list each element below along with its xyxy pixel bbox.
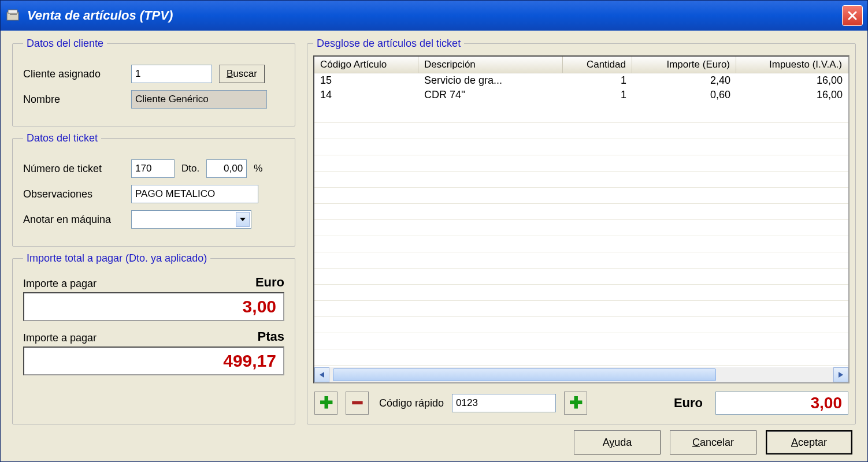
col-code[interactable]: Código Artículo	[314, 57, 418, 73]
machine-label: Anotar en máquina	[23, 214, 124, 226]
totals-legend: Importe total a pagar (Dto. ya aplicado)	[23, 252, 210, 264]
dto-unit: %	[254, 163, 262, 174]
total-ptas-box: 499,17	[23, 346, 284, 375]
ptas-unit: Ptas	[258, 329, 284, 344]
client-name-label: Nombre	[23, 94, 124, 106]
cancel-button[interactable]: Cancelar	[670, 430, 756, 454]
remove-item-button[interactable]: ━	[346, 392, 369, 415]
ticket-legend: Datos del ticket	[23, 132, 101, 144]
quick-euro-label: Euro	[674, 396, 703, 411]
total-euro-box: 3,00	[23, 292, 284, 321]
table-row[interactable]: 14 CDR 74'' 1 0,60 16,00	[314, 88, 848, 102]
client-assigned-label: Cliente asignado	[23, 68, 124, 80]
col-tax[interactable]: Impuesto (I.V.A.)	[736, 57, 848, 73]
scroll-left-icon[interactable]	[314, 367, 329, 382]
svg-rect-2	[10, 14, 17, 15]
footer-buttons: Ayuda Cancelar Aceptar	[12, 424, 856, 457]
scroll-track[interactable]	[329, 367, 833, 382]
ticket-group: Datos del ticket Número de ticket Dto. %…	[12, 132, 295, 247]
quick-euro-box: 3,00	[715, 392, 848, 415]
ticket-number-label: Número de ticket	[23, 163, 124, 175]
minus-icon: ━	[353, 395, 362, 411]
window-title: Venta de artículos (TPV)	[27, 8, 173, 23]
dto-label: Dto.	[181, 163, 199, 174]
col-qty[interactable]: Cantidad	[563, 57, 632, 73]
pay-euro-label: Importe a pagar	[23, 278, 97, 290]
scroll-thumb[interactable]	[333, 368, 716, 381]
client-legend: Datos del cliente	[23, 38, 107, 50]
euro-unit: Euro	[255, 275, 284, 290]
col-amount[interactable]: Importe (Euro)	[632, 57, 736, 73]
quick-add-button[interactable]: ✚	[564, 392, 587, 415]
ticket-number-input[interactable]	[131, 159, 175, 178]
quick-code-label: Código rápido	[379, 397, 444, 409]
articles-table: Código Artículo Descripción Cantidad Imp…	[313, 55, 850, 383]
plus-icon: ✚	[569, 395, 583, 411]
pay-ptas-label: Importe a pagar	[23, 332, 97, 344]
accept-button[interactable]: Aceptar	[766, 430, 852, 454]
close-button[interactable]	[842, 5, 863, 26]
client-name-field: Cliente Genérico	[131, 90, 267, 109]
svg-rect-1	[8, 10, 17, 13]
obs-label: Observaciones	[23, 188, 124, 200]
scroll-right-icon[interactable]	[833, 367, 848, 382]
breakdown-legend: Desglose de artículos del ticket	[313, 38, 464, 50]
col-desc[interactable]: Descripción	[418, 57, 563, 73]
chevron-down-icon[interactable]	[236, 212, 250, 227]
plus-icon: ✚	[320, 395, 333, 411]
machine-combo[interactable]	[131, 210, 251, 229]
totals-group: Importe total a pagar (Dto. ya aplicado)…	[12, 252, 295, 424]
search-button-rest: uscar	[233, 68, 257, 79]
app-window: Venta de artículos (TPV) Datos del clien…	[0, 0, 868, 462]
client-assigned-input[interactable]	[131, 65, 212, 83]
help-button[interactable]: Ayuda	[574, 430, 661, 454]
dto-input[interactable]	[206, 159, 247, 178]
breakdown-group: Desglose de artículos del ticket Código …	[307, 38, 856, 424]
titlebar: Venta de artículos (TPV)	[1, 1, 867, 31]
quick-code-input[interactable]	[452, 394, 556, 412]
table-row[interactable]: 15 Servicio de gra... 1 2,40 16,00	[314, 73, 848, 88]
client-group: Datos del cliente Cliente asignado Busca…	[12, 38, 295, 126]
horizontal-scrollbar[interactable]	[314, 367, 848, 382]
search-button[interactable]: Buscar	[219, 65, 265, 83]
obs-input[interactable]	[131, 185, 258, 203]
table-body[interactable]: 15 Servicio de gra... 1 2,40 16,00 14 CD…	[314, 73, 848, 367]
table-header: Código Artículo Descripción Cantidad Imp…	[314, 57, 848, 73]
add-item-button[interactable]: ✚	[314, 392, 337, 415]
app-icon	[5, 8, 21, 24]
